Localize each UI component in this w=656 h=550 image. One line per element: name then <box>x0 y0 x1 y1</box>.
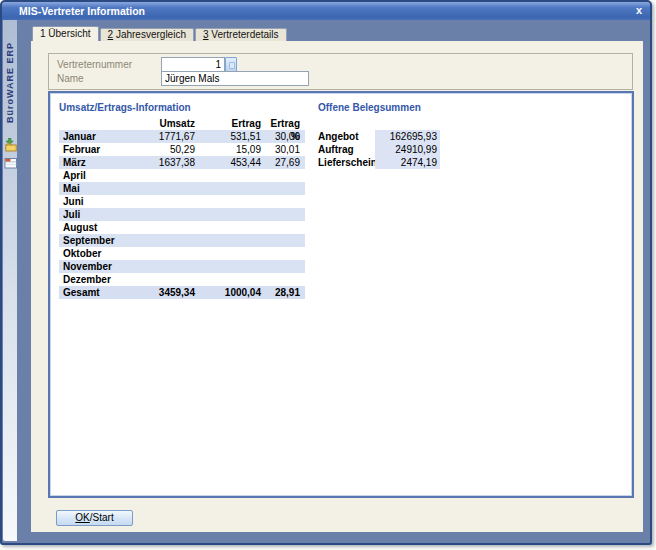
belege-row-auftrag: Auftrag24910,99 <box>318 143 440 156</box>
belege-table: Angebot162695,93 Auftrag24910,99 Liefers… <box>318 130 440 169</box>
info-panel: Umsatz/Ertrags-Information Umsatz Ertrag… <box>48 91 634 498</box>
table-row-august: August <box>59 221 305 234</box>
spinner-button[interactable] <box>225 57 237 72</box>
col-ertrag-pct: Ertrag % <box>261 117 300 130</box>
belege-row-lieferschein: Lieferschein2474,19 <box>318 156 440 169</box>
table-row-dezember: Dezember <box>59 273 305 286</box>
table-row-februar: Februar50,2915,0930,01 <box>59 143 305 156</box>
name-field[interactable]: Jürgen Mals <box>161 71 309 86</box>
table-row-juli: Juli <box>59 208 305 221</box>
vertreternummer-label: Vertreternummer <box>57 59 132 70</box>
title-bar[interactable]: MIS-Vertreter Information x <box>2 2 650 20</box>
umsatz-section-title: Umsatz/Ertrags-Information <box>59 102 191 113</box>
col-ertrag: Ertrag <box>195 117 261 130</box>
tab-vertreterdetails[interactable]: 3 Vertreterdetails <box>195 28 287 41</box>
table-row-gesamt: Gesamt 3459,34 1000,04 28,91 <box>59 286 305 299</box>
ok-start-button[interactable]: OK/Start <box>56 510 133 526</box>
table-row-oktober: Oktober <box>59 247 305 260</box>
vertreternummer-field[interactable]: 1 <box>161 57 225 72</box>
table-row-juni: Juni <box>59 195 305 208</box>
form-window-icon[interactable] <box>4 156 18 171</box>
tab-bar: 1 Übersicht 2 Jahresvergleich 3 Vertrete… <box>32 26 287 41</box>
brand-vertical-label: BüroWARE ERP <box>3 28 17 123</box>
table-row-mai: Mai <box>59 182 305 195</box>
table-row-april: April <box>59 169 305 182</box>
tab-page-uebersicht: Vertreternummer 1 Name Jürgen Mals Umsat… <box>31 41 643 532</box>
umsatz-table: Umsatz Ertrag Ertrag % Januar1771,67531,… <box>59 117 305 299</box>
table-row-september: September <box>59 234 305 247</box>
table-row-januar: Januar1771,67531,5130,00 <box>59 130 305 143</box>
name-label: Name <box>57 73 84 84</box>
folder-import-icon[interactable] <box>4 138 18 153</box>
tab-uebersicht[interactable]: 1 Übersicht <box>32 26 99 41</box>
umsatz-table-body: Januar1771,67531,5130,00 Februar50,2915,… <box>59 130 305 286</box>
table-row-november: November <box>59 260 305 273</box>
table-row-maerz: März1637,38453,4427,69 <box>59 156 305 169</box>
umsatz-table-header: Umsatz Ertrag Ertrag % <box>59 117 305 130</box>
belege-section-title: Offene Belegsummen <box>318 102 421 113</box>
window-title: MIS-Vertreter Information <box>19 5 145 17</box>
belege-row-angebot: Angebot162695,93 <box>318 130 440 143</box>
spinner-icon <box>229 62 235 69</box>
tab-jahresvergleich[interactable]: 2 Jahresvergleich <box>100 28 194 41</box>
close-icon[interactable]: x <box>636 2 642 20</box>
vertreter-groupbox: Vertreternummer 1 Name Jürgen Mals <box>48 53 633 90</box>
col-umsatz: Umsatz <box>129 117 195 130</box>
dialog-window: MIS-Vertreter Information x BüroWARE ERP… <box>0 0 652 545</box>
